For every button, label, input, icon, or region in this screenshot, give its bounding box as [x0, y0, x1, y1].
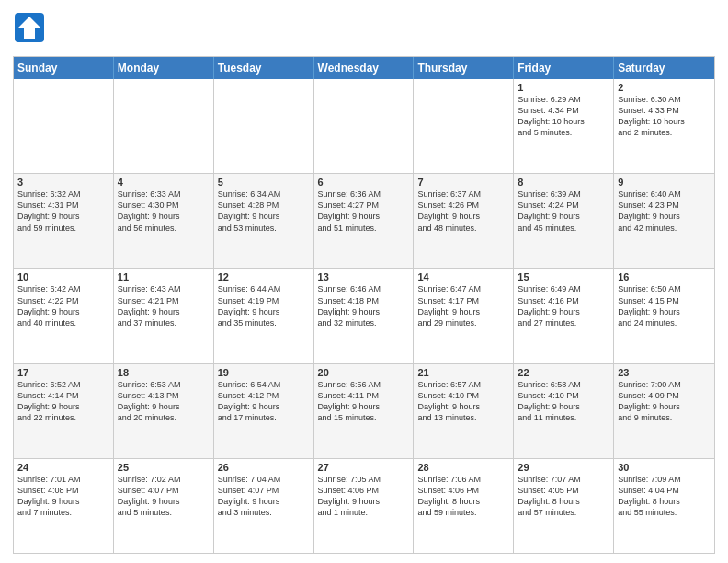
- calendar-header: SundayMondayTuesdayWednesdayThursdayFrid…: [14, 57, 714, 79]
- day-info: Sunrise: 6:32 AM Sunset: 4:31 PM Dayligh…: [17, 189, 109, 234]
- calendar-cell: 22Sunrise: 6:58 AM Sunset: 4:10 PM Dayli…: [514, 364, 614, 458]
- day-info: Sunrise: 6:53 AM Sunset: 4:13 PM Dayligh…: [118, 379, 210, 424]
- day-info: Sunrise: 6:46 AM Sunset: 4:18 PM Dayligh…: [318, 283, 410, 328]
- day-number: 8: [518, 177, 609, 188]
- day-number: 20: [318, 367, 410, 378]
- calendar-cell: 7Sunrise: 6:37 AM Sunset: 4:26 PM Daylig…: [414, 174, 514, 268]
- day-number: 26: [218, 462, 310, 473]
- calendar-cell: 28Sunrise: 7:06 AM Sunset: 4:06 PM Dayli…: [414, 459, 514, 553]
- week-row-2: 3Sunrise: 6:32 AM Sunset: 4:31 PM Daylig…: [14, 174, 714, 269]
- day-number: 22: [518, 367, 609, 378]
- day-number: 12: [218, 271, 310, 282]
- calendar-cell: 14Sunrise: 6:47 AM Sunset: 4:17 PM Dayli…: [414, 269, 514, 362]
- week-row-3: 10Sunrise: 6:42 AM Sunset: 4:22 PM Dayli…: [14, 269, 714, 363]
- calendar-cell: 16Sunrise: 6:50 AM Sunset: 4:15 PM Dayli…: [614, 269, 714, 362]
- day-info: Sunrise: 6:34 AM Sunset: 4:28 PM Dayligh…: [218, 189, 310, 234]
- header: [13, 11, 715, 49]
- day-number: 6: [318, 177, 410, 188]
- day-info: Sunrise: 6:43 AM Sunset: 4:21 PM Dayligh…: [118, 283, 210, 328]
- day-number: 30: [618, 462, 711, 473]
- week-row-4: 17Sunrise: 6:52 AM Sunset: 4:14 PM Dayli…: [14, 364, 714, 459]
- calendar-cell: 26Sunrise: 7:04 AM Sunset: 4:07 PM Dayli…: [214, 459, 314, 553]
- week-row-5: 24Sunrise: 7:01 AM Sunset: 4:08 PM Dayli…: [14, 459, 714, 553]
- calendar-cell: 27Sunrise: 7:05 AM Sunset: 4:06 PM Dayli…: [314, 459, 415, 553]
- logo: [13, 11, 50, 49]
- day-header-tuesday: Tuesday: [214, 57, 314, 79]
- day-number: 25: [118, 462, 210, 473]
- day-number: 5: [218, 177, 310, 188]
- day-header-monday: Monday: [114, 57, 214, 79]
- calendar-cell: [114, 79, 214, 173]
- day-number: 14: [417, 271, 509, 282]
- day-header-sunday: Sunday: [14, 57, 114, 79]
- day-info: Sunrise: 6:33 AM Sunset: 4:30 PM Dayligh…: [118, 189, 210, 234]
- calendar-cell: 20Sunrise: 6:56 AM Sunset: 4:11 PM Dayli…: [314, 364, 415, 458]
- day-number: 10: [17, 271, 109, 282]
- day-number: 24: [17, 462, 109, 473]
- calendar-cell: 17Sunrise: 6:52 AM Sunset: 4:14 PM Dayli…: [14, 364, 114, 458]
- day-info: Sunrise: 6:50 AM Sunset: 4:15 PM Dayligh…: [618, 283, 711, 328]
- day-info: Sunrise: 7:07 AM Sunset: 4:05 PM Dayligh…: [518, 474, 609, 519]
- day-number: 28: [417, 462, 509, 473]
- calendar-cell: 30Sunrise: 7:09 AM Sunset: 4:04 PM Dayli…: [614, 459, 714, 553]
- day-number: 11: [118, 271, 210, 282]
- day-info: Sunrise: 7:01 AM Sunset: 4:08 PM Dayligh…: [17, 474, 109, 519]
- day-info: Sunrise: 7:06 AM Sunset: 4:06 PM Dayligh…: [417, 474, 509, 519]
- day-info: Sunrise: 7:04 AM Sunset: 4:07 PM Dayligh…: [218, 474, 310, 519]
- day-info: Sunrise: 6:44 AM Sunset: 4:19 PM Dayligh…: [218, 283, 310, 328]
- day-number: 27: [318, 462, 410, 473]
- day-number: 3: [17, 177, 109, 188]
- day-info: Sunrise: 6:40 AM Sunset: 4:23 PM Dayligh…: [618, 189, 711, 234]
- day-header-saturday: Saturday: [614, 57, 714, 79]
- day-number: 21: [417, 367, 509, 378]
- day-number: 9: [618, 177, 711, 188]
- day-info: Sunrise: 6:54 AM Sunset: 4:12 PM Dayligh…: [218, 379, 310, 424]
- day-info: Sunrise: 7:09 AM Sunset: 4:04 PM Dayligh…: [618, 474, 711, 519]
- day-number: 7: [417, 177, 509, 188]
- day-number: 15: [518, 271, 609, 282]
- calendar-cell: 25Sunrise: 7:02 AM Sunset: 4:07 PM Dayli…: [114, 459, 214, 553]
- day-info: Sunrise: 6:37 AM Sunset: 4:26 PM Dayligh…: [417, 189, 509, 234]
- day-number: 13: [318, 271, 410, 282]
- week-row-1: 1Sunrise: 6:29 AM Sunset: 4:34 PM Daylig…: [14, 79, 714, 174]
- day-number: 4: [118, 177, 210, 188]
- day-info: Sunrise: 6:39 AM Sunset: 4:24 PM Dayligh…: [518, 189, 609, 234]
- day-info: Sunrise: 7:05 AM Sunset: 4:06 PM Dayligh…: [318, 474, 410, 519]
- day-number: 1: [518, 82, 609, 93]
- calendar-cell: [414, 79, 514, 173]
- calendar-cell: 2Sunrise: 6:30 AM Sunset: 4:33 PM Daylig…: [614, 79, 714, 173]
- calendar-cell: 5Sunrise: 6:34 AM Sunset: 4:28 PM Daylig…: [214, 174, 314, 268]
- day-info: Sunrise: 6:57 AM Sunset: 4:10 PM Dayligh…: [417, 379, 509, 424]
- calendar-cell: 12Sunrise: 6:44 AM Sunset: 4:19 PM Dayli…: [214, 269, 314, 362]
- calendar-cell: 3Sunrise: 6:32 AM Sunset: 4:31 PM Daylig…: [14, 174, 114, 268]
- calendar-cell: 4Sunrise: 6:33 AM Sunset: 4:30 PM Daylig…: [114, 174, 214, 268]
- day-header-thursday: Thursday: [414, 57, 514, 79]
- day-info: Sunrise: 6:47 AM Sunset: 4:17 PM Dayligh…: [417, 283, 509, 328]
- calendar-cell: 13Sunrise: 6:46 AM Sunset: 4:18 PM Dayli…: [314, 269, 415, 362]
- day-info: Sunrise: 6:30 AM Sunset: 4:33 PM Dayligh…: [618, 94, 711, 139]
- day-info: Sunrise: 6:29 AM Sunset: 4:34 PM Dayligh…: [518, 94, 609, 139]
- calendar-cell: 23Sunrise: 7:00 AM Sunset: 4:09 PM Dayli…: [614, 364, 714, 458]
- day-info: Sunrise: 6:42 AM Sunset: 4:22 PM Dayligh…: [17, 283, 109, 328]
- day-info: Sunrise: 7:00 AM Sunset: 4:09 PM Dayligh…: [618, 379, 711, 424]
- calendar-cell: [214, 79, 314, 173]
- day-number: 18: [118, 367, 210, 378]
- day-header-wednesday: Wednesday: [314, 57, 415, 79]
- calendar-cell: 24Sunrise: 7:01 AM Sunset: 4:08 PM Dayli…: [14, 459, 114, 553]
- calendar-cell: 18Sunrise: 6:53 AM Sunset: 4:13 PM Dayli…: [114, 364, 214, 458]
- day-info: Sunrise: 7:02 AM Sunset: 4:07 PM Dayligh…: [118, 474, 210, 519]
- day-number: 2: [618, 82, 711, 93]
- calendar-cell: 8Sunrise: 6:39 AM Sunset: 4:24 PM Daylig…: [514, 174, 614, 268]
- day-info: Sunrise: 6:52 AM Sunset: 4:14 PM Dayligh…: [17, 379, 109, 424]
- calendar: SundayMondayTuesdayWednesdayThursdayFrid…: [13, 56, 715, 554]
- calendar-cell: 11Sunrise: 6:43 AM Sunset: 4:21 PM Dayli…: [114, 269, 214, 362]
- calendar-cell: 19Sunrise: 6:54 AM Sunset: 4:12 PM Dayli…: [214, 364, 314, 458]
- calendar-body: 1Sunrise: 6:29 AM Sunset: 4:34 PM Daylig…: [14, 79, 714, 553]
- day-number: 16: [618, 271, 711, 282]
- calendar-cell: [14, 79, 114, 173]
- calendar-cell: 6Sunrise: 6:36 AM Sunset: 4:27 PM Daylig…: [314, 174, 415, 268]
- calendar-cell: 1Sunrise: 6:29 AM Sunset: 4:34 PM Daylig…: [514, 79, 614, 173]
- day-info: Sunrise: 6:58 AM Sunset: 4:10 PM Dayligh…: [518, 379, 609, 424]
- day-number: 17: [17, 367, 109, 378]
- day-number: 19: [218, 367, 310, 378]
